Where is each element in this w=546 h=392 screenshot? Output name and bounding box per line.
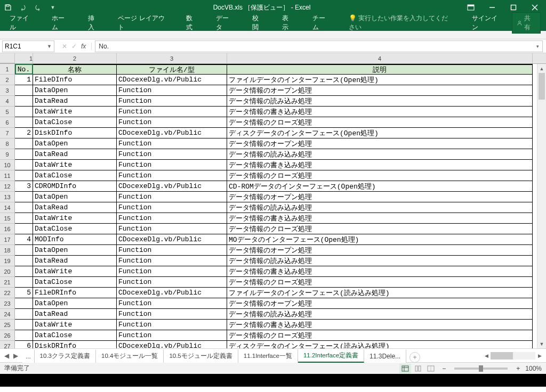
tab-home[interactable]: ホーム xyxy=(47,12,74,34)
redo-icon[interactable] xyxy=(33,3,43,12)
row-header[interactable]: 27 xyxy=(0,341,15,348)
formula-input[interactable]: No. ▾ xyxy=(95,40,543,52)
cell-name[interactable]: DataClose xyxy=(33,224,117,234)
new-sheet-button[interactable]: + xyxy=(410,352,420,363)
scroll-up-icon[interactable]: ▲ xyxy=(537,64,546,73)
sheet-tab-6[interactable]: 11.3Dele ... xyxy=(364,350,406,363)
cell-desc[interactable]: データ情報のオープン処理 xyxy=(227,85,533,96)
cell-desc[interactable]: データ情報のクローズ処理 xyxy=(227,277,533,288)
cell-file[interactable]: Function xyxy=(117,192,227,202)
cell-name[interactable]: MODInfo xyxy=(33,234,117,245)
zoom-in-button[interactable]: + xyxy=(516,365,520,372)
row-header[interactable]: 11 xyxy=(0,170,15,181)
zoom-level[interactable]: 100% xyxy=(525,365,542,372)
cell-no[interactable] xyxy=(15,245,33,256)
cell-name[interactable]: DataClose xyxy=(33,330,117,341)
cell-no[interactable] xyxy=(15,107,33,117)
row-header[interactable]: 5 xyxy=(0,107,15,117)
row-header[interactable]: 9 xyxy=(0,149,15,160)
cell-file[interactable]: Function xyxy=(117,138,227,149)
row-header[interactable]: 10 xyxy=(0,160,15,170)
cell-file[interactable]: Function xyxy=(117,256,227,266)
tab-data[interactable]: データ xyxy=(212,12,238,34)
name-box[interactable]: R1C1 ▼ xyxy=(2,40,54,52)
cell-name[interactable]: DataWrite xyxy=(33,320,117,330)
cells-area[interactable]: No.名称ファイル名/型説明1FileDInfoCDocexeDlg.vb/Pu… xyxy=(15,64,546,348)
cell-name[interactable]: DataRead xyxy=(33,149,117,160)
col-header-2[interactable]: 2 xyxy=(33,53,117,63)
row-header[interactable]: 4 xyxy=(0,96,15,107)
cell-no[interactable]: 6 xyxy=(15,341,33,348)
cell-no[interactable] xyxy=(15,277,33,288)
cell-desc[interactable]: データ情報の書き込み処理 xyxy=(227,320,533,330)
cell-desc[interactable]: データ情報の読み込み処理 xyxy=(227,309,533,320)
cell-name[interactable]: DataRead xyxy=(33,202,117,213)
hscroll-track[interactable] xyxy=(491,352,535,360)
cell-name[interactable]: DataClose xyxy=(33,117,117,128)
cell-no[interactable]: 2 xyxy=(15,128,33,138)
minimize-icon[interactable] xyxy=(487,3,497,12)
cancel-formula-icon[interactable]: ✕ xyxy=(62,43,67,50)
hscroll-right-icon[interactable]: ▶ xyxy=(535,353,544,358)
cell-name[interactable]: DataOpen xyxy=(33,192,117,202)
row-header[interactable]: 3 xyxy=(0,85,15,96)
row-header[interactable]: 14 xyxy=(0,202,15,213)
cell-file[interactable]: CDocexeDlg.vb/Public xyxy=(117,75,227,85)
tab-insert[interactable]: 挿入 xyxy=(84,12,105,34)
cell-desc[interactable]: データ情報のクローズ処理 xyxy=(227,224,533,234)
col-header-4[interactable]: 4 xyxy=(227,53,533,63)
scroll-down-icon[interactable]: ▼ xyxy=(537,339,546,348)
fx-icon[interactable]: fx xyxy=(81,43,86,50)
header-cell-file[interactable]: ファイル名/型 xyxy=(117,64,227,75)
tab-file[interactable]: ファイル xyxy=(5,12,38,34)
cell-file[interactable]: Function xyxy=(117,224,227,234)
row-header[interactable]: 13 xyxy=(0,192,15,202)
formula-expand-icon[interactable]: ▾ xyxy=(536,44,539,49)
tab-view[interactable]: 表示 xyxy=(278,12,299,34)
cell-file[interactable]: Function xyxy=(117,330,227,341)
row-header[interactable]: 26 xyxy=(0,330,15,341)
row-header[interactable]: 6 xyxy=(0,117,15,128)
sheet-tab-1[interactable]: 10.3クラス定義書 xyxy=(35,350,96,363)
cell-no[interactable] xyxy=(15,96,33,107)
signin-link[interactable]: サインイン xyxy=(468,12,505,34)
cell-name[interactable]: DataOpen xyxy=(33,85,117,96)
row-header[interactable]: 7 xyxy=(0,128,15,138)
cell-name[interactable]: FileDRInfo xyxy=(33,288,117,298)
cell-desc[interactable]: ファイルデータのインターフェース(読み込み処理) xyxy=(227,288,533,298)
cell-no[interactable] xyxy=(15,202,33,213)
cell-desc[interactable]: MOデータのインターフェース(Open処理) xyxy=(227,234,533,245)
tab-formulas[interactable]: 数式 xyxy=(182,12,203,34)
cell-no[interactable] xyxy=(15,149,33,160)
cell-file[interactable]: Function xyxy=(117,320,227,330)
ribbon-options-icon[interactable] xyxy=(466,3,476,12)
sheet-tab-overflow-left[interactable]: ... xyxy=(22,350,35,363)
cell-name[interactable]: DataRead xyxy=(33,309,117,320)
cell-no[interactable] xyxy=(15,138,33,149)
cell-name[interactable]: DataOpen xyxy=(33,138,117,149)
cell-name[interactable]: DiskDRInfo xyxy=(33,341,117,348)
cell-name[interactable]: DataOpen xyxy=(33,298,117,309)
row-header[interactable]: 23 xyxy=(0,298,15,309)
cell-name[interactable]: DataClose xyxy=(33,170,117,181)
cell-desc[interactable]: CD-ROMデータのインターフェース(Open処理) xyxy=(227,181,533,192)
cell-name[interactable]: DataWrite xyxy=(33,266,117,277)
cell-file[interactable]: Function xyxy=(117,96,227,107)
save-icon[interactable] xyxy=(3,3,13,12)
cell-name[interactable]: DataWrite xyxy=(33,160,117,170)
cell-no[interactable] xyxy=(15,160,33,170)
cell-desc[interactable]: ディスクデータのインターフェース(Open処理) xyxy=(227,128,533,138)
cell-no[interactable] xyxy=(15,117,33,128)
cell-desc[interactable]: データ情報のクローズ処理 xyxy=(227,330,533,341)
tab-pagelayout[interactable]: ページ レイアウト xyxy=(114,12,172,34)
col-header-3[interactable]: 3 xyxy=(117,53,227,63)
tab-team[interactable]: チーム xyxy=(308,12,335,34)
cell-name[interactable]: DataWrite xyxy=(33,213,117,224)
undo-icon[interactable] xyxy=(18,3,28,12)
cell-desc[interactable]: データ情報の読み込み処理 xyxy=(227,149,533,160)
cell-desc[interactable]: データ情報の書き込み処理 xyxy=(227,107,533,117)
close-icon[interactable] xyxy=(530,3,540,12)
view-pagebreak-icon[interactable] xyxy=(425,364,437,373)
cell-desc[interactable]: データ情報の読み込み処理 xyxy=(227,256,533,266)
cell-no[interactable] xyxy=(15,298,33,309)
